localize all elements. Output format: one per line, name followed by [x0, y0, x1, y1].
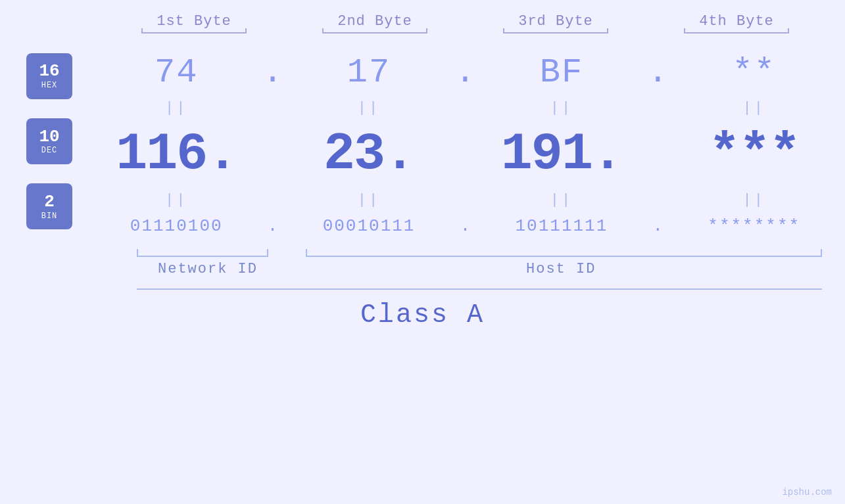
dec-b4-cell: ***	[682, 124, 827, 184]
byte3-bracket	[503, 32, 608, 34]
byte1-bracket	[141, 32, 247, 34]
bin-b2-cell: 00010111	[297, 216, 441, 236]
content-area: 16 HEX 10 DEC 2 BIN 74 .	[0, 47, 845, 242]
bin-badge: 2 BIN	[26, 183, 72, 229]
bin-b4-value: ********	[708, 216, 800, 236]
eq2-b1: ||	[104, 192, 249, 208]
dec-badge-number: 10	[39, 127, 59, 147]
bin-b1-cell: 01110100	[104, 216, 249, 236]
eq1-b2: ||	[297, 100, 441, 116]
hex-dot1: .	[260, 53, 286, 92]
dec-b2-cell: 23.	[297, 124, 441, 184]
dec-badge-label: DEC	[41, 146, 58, 155]
byte2-bracket	[322, 32, 427, 34]
byte4-bracket	[684, 32, 789, 34]
bin-dot2: .	[452, 216, 478, 236]
bin-b1-value: 01110100	[130, 216, 223, 236]
eq2-b3-symbol: ||	[550, 192, 573, 208]
hex-b4-cell: **	[682, 53, 827, 92]
byte4-header: 4th Byte	[664, 13, 809, 34]
hex-b4-value: **	[733, 53, 776, 92]
hex-b1-value: 74	[155, 53, 198, 92]
hex-dot3: .	[644, 53, 671, 92]
eq1-b4-symbol: ||	[743, 100, 765, 116]
eq2-b3: ||	[489, 192, 634, 208]
dec-badge: 10 DEC	[26, 118, 72, 164]
eq1-b3-symbol: ||	[550, 100, 573, 116]
byte2-label: 2nd Byte	[337, 13, 412, 30]
equals-row-2: || || || ||	[85, 191, 845, 210]
bin-badge-number: 2	[44, 193, 55, 212]
eq2-b4: ||	[682, 192, 827, 208]
hex-dot2-symbol: .	[455, 53, 475, 92]
eq1-b2-symbol: ||	[358, 100, 380, 116]
bottom-section: Network ID Host ID Class A	[0, 249, 845, 334]
hex-b2-value: 17	[347, 53, 391, 92]
hex-dot2: .	[452, 53, 478, 92]
hex-dot3-symbol: .	[648, 53, 668, 92]
hex-row: 74 . 17 . BF . **	[85, 47, 845, 99]
badges-column: 16 HEX 10 DEC 2 BIN	[0, 47, 85, 242]
dec-row: 116. 23. 191. ***	[85, 118, 845, 191]
host-id-label: Host ID	[526, 261, 596, 277]
hex-b2-cell: 17	[297, 53, 441, 92]
bin-dot1: .	[260, 216, 286, 236]
eq2-b1-symbol: ||	[165, 192, 187, 208]
network-id-bracket	[137, 249, 268, 257]
hex-b3-cell: BF	[489, 53, 634, 92]
bin-dot2-symbol: .	[460, 216, 471, 236]
bin-b3-value: 10111111	[515, 216, 608, 236]
bin-b3-cell: 10111111	[489, 216, 634, 236]
hex-b3-value: BF	[540, 53, 583, 92]
hex-dot1-symbol: .	[262, 53, 283, 92]
bin-dot1-symbol: .	[268, 216, 278, 236]
bin-b4-cell: ********	[682, 216, 827, 236]
eq1-b1-symbol: ||	[165, 100, 187, 116]
dec-b2-value: 23.	[324, 124, 414, 184]
eq2-b2: ||	[297, 192, 441, 208]
byte1-label: 1st Byte	[157, 13, 231, 30]
bottom-border-line	[137, 288, 822, 290]
main-container: 1st Byte 2nd Byte 3rd Byte 4th Byte 16 H…	[0, 0, 845, 504]
dec-b3-cell: 191.	[489, 124, 634, 184]
byte-headers-row: 1st Byte 2nd Byte 3rd Byte 4th Byte	[104, 13, 827, 34]
equals-row-1: || || || ||	[85, 99, 845, 118]
dec-b1-cell: 116.	[104, 124, 249, 184]
hex-badge-label: HEX	[41, 81, 58, 90]
class-label: Class A	[360, 300, 485, 330]
eq1-b3: ||	[489, 100, 634, 116]
hex-b1-cell: 74	[104, 53, 249, 92]
host-id-bracket	[306, 249, 822, 257]
bin-dot3-symbol: .	[653, 216, 664, 236]
bin-dot3: .	[644, 216, 671, 236]
hex-badge: 16 HEX	[26, 53, 72, 99]
byte3-header: 3rd Byte	[483, 13, 628, 34]
watermark: ipshu.com	[782, 487, 832, 497]
eq2-b2-symbol: ||	[358, 192, 380, 208]
eq1-b4: ||	[682, 100, 827, 116]
dec-b1-value: 116.	[116, 124, 237, 184]
bin-row: 01110100 . 00010111 . 10111111 .	[85, 210, 845, 242]
dec-b3-value: 191.	[501, 124, 622, 184]
bin-b2-value: 00010111	[323, 216, 416, 236]
byte3-label: 3rd Byte	[518, 13, 593, 30]
byte4-label: 4th Byte	[699, 13, 774, 30]
eq2-b4-symbol: ||	[743, 192, 765, 208]
grid-area: 74 . 17 . BF . **	[85, 47, 845, 242]
byte2-header: 2nd Byte	[302, 13, 447, 34]
dec-b4-value: ***	[709, 124, 800, 184]
hex-badge-number: 16	[39, 62, 59, 81]
byte1-header: 1st Byte	[122, 13, 266, 34]
bin-badge-label: BIN	[41, 212, 58, 221]
eq1-b1: ||	[104, 100, 249, 116]
network-id-label: Network ID	[158, 261, 258, 277]
